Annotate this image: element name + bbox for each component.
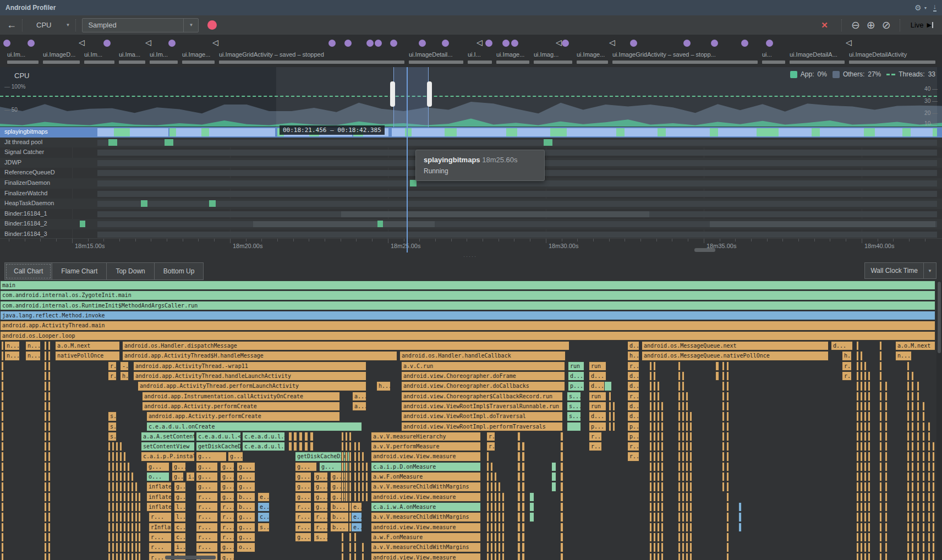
call-chart-cell[interactable]: s... xyxy=(108,422,117,431)
call-chart-tiny-cell[interactable] xyxy=(860,502,863,512)
call-chart-tiny-cell[interactable] xyxy=(560,532,563,542)
call-chart-tiny-cell[interactable] xyxy=(726,482,729,491)
call-chart-cell[interactable]: e... xyxy=(351,502,362,512)
call-chart-tiny-cell[interactable] xyxy=(135,492,138,502)
call-chart-tiny-cell[interactable] xyxy=(362,492,364,502)
call-chart-cell[interactable]: c... xyxy=(174,532,186,542)
call-chart-tiny-cell[interactable] xyxy=(649,523,652,532)
call-chart-cell[interactable]: r... xyxy=(220,523,234,532)
call-chart-tiny-cell[interactable] xyxy=(657,432,660,441)
call-chart-tiny-cell[interactable] xyxy=(661,462,664,471)
call-chart-tiny-cell[interactable] xyxy=(856,482,859,491)
call-chart-tiny-cell[interactable] xyxy=(911,472,914,481)
call-chart-tiny-cell[interactable] xyxy=(922,482,925,491)
call-chart-tiny-cell[interactable] xyxy=(922,411,925,421)
call-chart-tiny-cell[interactable] xyxy=(112,452,114,461)
call-chart-tiny-cell[interactable] xyxy=(879,392,882,401)
call-chart-tiny-cell[interactable] xyxy=(868,512,870,521)
call-chart-cell[interactable]: setContentView xyxy=(141,442,195,451)
call-chart-tiny-cell[interactable] xyxy=(722,482,725,491)
call-chart-tiny-cell[interactable] xyxy=(722,411,725,421)
call-chart-tiny-cell[interactable] xyxy=(48,392,51,401)
call-chart-tiny-cell[interactable] xyxy=(864,553,867,560)
call-chart-cell[interactable]: e... xyxy=(258,492,270,502)
call-chart-tiny-cell[interactable] xyxy=(860,472,863,481)
call-chart-tiny-cell[interactable] xyxy=(917,532,919,542)
call-chart-tiny-cell[interactable] xyxy=(612,402,615,411)
call-chart-cell[interactable]: d... xyxy=(627,402,639,411)
call-chart-tiny-cell[interactable] xyxy=(517,442,521,451)
call-chart-tiny-cell[interactable] xyxy=(911,553,914,560)
call-chart-tiny-cell[interactable] xyxy=(494,482,497,491)
call-chart-tiny-cell[interactable] xyxy=(856,512,859,521)
call-chart-tiny-cell[interactable] xyxy=(349,492,352,502)
call-chart-cell[interactable]: r... xyxy=(196,502,218,512)
call-chart-tiny-cell[interactable] xyxy=(551,472,556,481)
call-chart-tiny-cell[interactable] xyxy=(299,442,303,451)
call-chart-tiny-cell[interactable] xyxy=(917,432,919,441)
call-chart-tiny-cell[interactable] xyxy=(917,422,919,431)
call-chart-tiny-cell[interactable] xyxy=(116,553,118,560)
back-event-icon[interactable]: ◁ xyxy=(609,38,615,47)
call-chart-tiny-cell[interactable] xyxy=(123,532,126,542)
call-chart-tiny-cell[interactable] xyxy=(879,381,882,391)
call-chart-tiny-cell[interactable] xyxy=(856,542,859,552)
call-chart-tiny-cell[interactable] xyxy=(293,432,297,441)
call-chart-tiny-cell[interactable] xyxy=(1,402,4,411)
call-chart-cell[interactable]: android.view.View.measure xyxy=(371,492,481,502)
call-chart-tiny-cell[interactable] xyxy=(1,462,4,471)
call-chart-cell[interactable]: inflate xyxy=(146,492,172,502)
call-chart-tiny-cell[interactable] xyxy=(48,452,51,461)
call-chart-cell[interactable]: android.view.View.measure xyxy=(371,452,481,461)
call-chart-tiny-cell[interactable] xyxy=(649,482,652,491)
call-chart-tiny-cell[interactable] xyxy=(879,482,882,491)
call-chart-tiny-cell[interactable] xyxy=(288,442,292,451)
call-chart-tiny-cell[interactable] xyxy=(879,532,882,542)
call-chart-tiny-cell[interactable] xyxy=(112,553,114,560)
call-chart-cell[interactable]: c... xyxy=(258,512,270,521)
call-chart-tiny-cell[interactable] xyxy=(116,482,118,491)
call-chart-cell[interactable]: b... xyxy=(237,492,255,502)
call-chart-tiny-cell[interactable] xyxy=(868,432,870,441)
call-chart-tiny-cell[interactable] xyxy=(657,492,660,502)
call-chart-tiny-cell[interactable] xyxy=(922,452,925,461)
call-chart-tiny-cell[interactable] xyxy=(879,462,882,471)
call-chart-tiny-cell[interactable] xyxy=(885,542,888,552)
call-chart-tiny-cell[interactable] xyxy=(917,402,919,411)
call-chart-tiny-cell[interactable] xyxy=(868,492,870,502)
call-chart-tiny-cell[interactable] xyxy=(911,381,914,391)
call-chart-tiny-cell[interactable] xyxy=(288,432,292,441)
call-chart-tiny-cell[interactable] xyxy=(48,432,51,441)
event-dot-icon[interactable] xyxy=(741,40,748,47)
call-chart-cell[interactable]: a.v.V.measureChildWithMargins xyxy=(371,512,481,521)
call-chart-tiny-cell[interactable] xyxy=(678,553,681,560)
thread-row[interactable]: Jit thread pool xyxy=(0,138,942,148)
thread-row[interactable]: HeapTaskDaemon xyxy=(0,199,942,209)
call-chart-tiny-cell[interactable] xyxy=(722,392,725,401)
call-chart-cell[interactable]: a.w.F.onMeasure xyxy=(371,532,481,542)
call-chart-tiny-cell[interactable] xyxy=(560,502,563,512)
call-chart-cell[interactable]: c... xyxy=(174,523,186,532)
call-chart-tiny-cell[interactable] xyxy=(653,361,656,371)
call-chart-cell[interactable]: r... xyxy=(627,392,639,401)
call-chart-tiny-cell[interactable] xyxy=(917,553,919,560)
call-chart-tiny-cell[interactable] xyxy=(686,532,688,542)
call-chart-tiny-cell[interactable] xyxy=(486,462,489,471)
call-chart-tiny-cell[interactable] xyxy=(917,512,919,521)
call-chart-tiny-cell[interactable] xyxy=(678,542,681,552)
call-chart-tiny-cell[interactable] xyxy=(885,462,888,471)
call-chart-tiny-cell[interactable] xyxy=(661,442,664,451)
call-chart-tiny-cell[interactable] xyxy=(682,432,684,441)
call-chart-cell[interactable]: r... xyxy=(589,442,602,451)
call-chart-tiny-cell[interactable] xyxy=(108,482,111,491)
call-chart-tiny-cell[interactable] xyxy=(494,542,497,552)
call-chart-tiny-cell[interactable] xyxy=(856,371,859,381)
call-chart-tiny-cell[interactable] xyxy=(108,532,111,542)
call-chart-tiny-cell[interactable] xyxy=(911,482,914,491)
call-chart-tiny-cell[interactable] xyxy=(682,452,684,461)
call-chart-cell[interactable]: android.view.ViewRootImpl.performTravers… xyxy=(401,422,563,431)
call-chart-tiny-cell[interactable] xyxy=(649,411,652,421)
call-chart-tiny-cell[interactable] xyxy=(1,542,4,552)
call-chart-cell[interactable]: g... xyxy=(314,482,328,491)
call-chart-tiny-cell[interactable] xyxy=(116,532,118,542)
